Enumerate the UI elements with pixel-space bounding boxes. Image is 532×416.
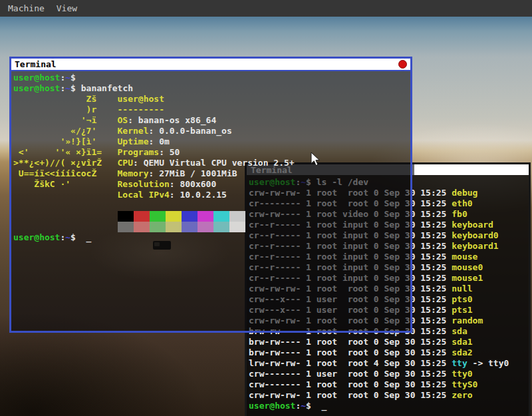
file-name: mouse1 xyxy=(452,273,483,283)
file-name: keyboard1 xyxy=(452,241,498,251)
palette-swatch xyxy=(150,211,166,222)
file-name: sda2 xyxy=(452,347,472,357)
palette-swatch xyxy=(229,211,245,222)
prompt-line: user@host:~$ _ xyxy=(249,401,529,411)
terminal-front-content[interactable]: user@host:~$ user@host:~$ bananfetch Zšu… xyxy=(11,71,410,331)
fetch-line: >**¿<+)//( ×¿vîrŽCPU: QEMU Virtual CPU v… xyxy=(13,158,410,168)
close-button[interactable] xyxy=(398,60,407,69)
menu-bar: Machine View xyxy=(0,0,532,17)
file-name: mouse0 xyxy=(452,262,483,272)
fetch-line: Local IPv4: 10.0.2.15 xyxy=(13,190,410,200)
terminal-text: «/¿7' xyxy=(13,126,102,136)
terminal-text: Programs xyxy=(118,147,160,157)
terminal-text: brw-rw---- 1 root root 0 Sep 30 15:25 xyxy=(249,347,452,357)
terminal-text: $ xyxy=(70,232,81,242)
file-name: sda xyxy=(452,326,467,336)
terminal-text: user@host xyxy=(13,232,60,242)
menu-item-view[interactable]: View xyxy=(57,3,77,13)
palette-swatch xyxy=(118,222,134,232)
prompt-line: user@host:~$ bananfetch xyxy=(13,83,410,94)
file-name: keyboard xyxy=(452,220,493,230)
terminal-text: OS xyxy=(118,115,128,125)
terminal-text: user@host xyxy=(13,73,60,83)
terminal-text: )r xyxy=(13,104,102,114)
file-name: debug xyxy=(452,188,477,198)
terminal-window-front: Terminal user@host:~$ user@host:~$ banan… xyxy=(9,57,412,333)
file-line: brw-rw---- 1 root root 0 Sep 30 15:25 sd… xyxy=(249,347,529,358)
fetch-line: «/¿7'Kernel: 0.0.0-banan_os xyxy=(13,126,410,136)
terminal-text: 50 xyxy=(170,147,180,157)
fetch-line: Zšuser@host xyxy=(13,94,410,104)
prompt-line: user@host:~$ _ xyxy=(13,232,410,243)
terminal-text: : xyxy=(148,168,159,178)
terminal-text: ~ xyxy=(301,401,306,411)
file-name: zero xyxy=(452,390,472,400)
file-name: fb0 xyxy=(452,209,467,219)
palette-swatch xyxy=(182,211,198,222)
palette-swatch xyxy=(166,211,182,222)
prompt-line: user@host:~$ xyxy=(13,73,410,83)
terminal-text: : xyxy=(159,147,170,157)
terminal-text: crw------- 1 user root 0 Sep 30 15:25 xyxy=(249,369,452,379)
terminal-text: '¬ï xyxy=(13,115,102,125)
fetch-line: )r--------- xyxy=(13,104,410,115)
palette-swatch xyxy=(213,211,229,222)
terminal-text: >**¿<+)//( ×¿vîrŽ xyxy=(13,158,102,168)
terminal-text: Uptime xyxy=(118,136,149,146)
file-name: null xyxy=(452,284,472,294)
terminal-text: ~ xyxy=(65,83,70,93)
menu-item-machine[interactable]: Machine xyxy=(8,3,45,13)
terminal-text: CPU xyxy=(118,158,133,168)
terminal-text: 0m xyxy=(159,136,170,146)
terminal-text: : xyxy=(148,126,159,136)
file-name: keyboard0 xyxy=(452,230,498,240)
text-cursor: _ xyxy=(86,232,92,242)
terminal-text: : xyxy=(128,115,138,125)
terminal-text: : xyxy=(170,190,180,200)
palette-swatch xyxy=(182,222,198,232)
terminal-text: Local IPv4 xyxy=(118,190,170,200)
file-line: crw-rw-rw- 1 root root 0 Sep 30 15:25 ze… xyxy=(249,390,529,401)
terminal-front-titlebar[interactable]: Terminal xyxy=(11,59,410,71)
file-name: pts1 xyxy=(452,305,472,315)
terminal-text: $ xyxy=(306,401,317,411)
terminal-text: crw-rw-rw- 1 root root 0 Sep 30 15:25 xyxy=(249,390,452,400)
terminal-text: $ xyxy=(70,73,81,83)
terminal-text: --------- xyxy=(118,104,164,114)
terminal-text: 27MiB / 1001MiB xyxy=(159,168,237,178)
terminal-text: -> tty0 xyxy=(467,358,509,368)
palette-swatch xyxy=(134,222,150,232)
terminal-text: Kernel xyxy=(118,126,149,136)
terminal-text xyxy=(81,232,86,242)
terminal-text: : xyxy=(148,136,159,146)
terminal-text: 800x600 xyxy=(180,179,216,189)
terminal-text: : xyxy=(133,158,144,168)
terminal-text: ~ xyxy=(65,73,70,83)
file-name: random xyxy=(452,315,483,325)
terminal-text: ŽškC ·' xyxy=(13,179,102,189)
terminal-text: 0.0.0-banan_os xyxy=(159,126,232,136)
terminal-text: user@host xyxy=(118,94,164,104)
terminal-text: bananfetch xyxy=(81,83,133,93)
text-cursor: _ xyxy=(322,401,327,411)
window-title: Terminal xyxy=(15,59,57,69)
file-name: tty xyxy=(452,358,467,368)
file-name: sda1 xyxy=(452,337,472,347)
terminal-text: '»!}[ì' xyxy=(13,136,102,146)
terminal-text: ~ xyxy=(65,232,70,242)
file-name: tty0 xyxy=(452,369,472,379)
terminal-text: user@host xyxy=(13,83,60,93)
terminal-text: crw------- 1 root root 0 Sep 30 15:25 xyxy=(249,379,452,389)
palette-row xyxy=(13,222,410,232)
palette-swatch xyxy=(118,211,134,222)
terminal-text: $ xyxy=(70,83,81,93)
terminal-text: QEMU Virtual CPU version 2.5+ xyxy=(144,158,295,168)
fetch-line: <' ''« ×}ï1=Programs: 50 xyxy=(13,147,410,158)
fetch-line: '»!}[ì'Uptime: 0m xyxy=(13,136,410,147)
file-line: crw------- 1 root root 0 Sep 30 15:25 tt… xyxy=(249,379,529,390)
terminal-text: Resolution xyxy=(118,179,170,189)
terminal-text: Zš xyxy=(13,94,102,104)
terminal-text: lrw-rw-rw- 1 root root 4 Sep 30 15:25 xyxy=(249,358,452,368)
fetch-line: U==íï<<íííîcocŽMemory: 27MiB / 1001MiB xyxy=(13,168,410,179)
file-name: ttyS0 xyxy=(452,379,477,389)
